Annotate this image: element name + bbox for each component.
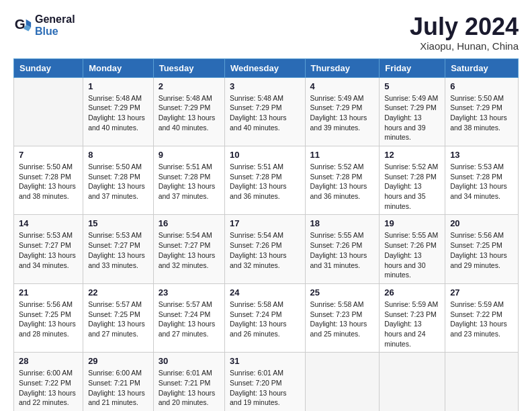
day-number: 13: [450, 150, 513, 160]
day-info: Sunrise: 6:00 AM Sunset: 7:22 PM Dayligh…: [19, 368, 78, 408]
day-number: 3: [230, 81, 300, 91]
calendar-cell: 30Sunrise: 6:01 AM Sunset: 7:21 PM Dayli…: [153, 353, 224, 411]
weekday-header-tuesday: Tuesday: [153, 58, 224, 77]
calendar-cell: 14Sunrise: 5:53 AM Sunset: 7:27 PM Dayli…: [14, 215, 83, 283]
logo-icon: G: [13, 16, 32, 35]
calendar-cell: 12Sunrise: 5:52 AM Sunset: 7:28 PM Dayli…: [380, 146, 445, 215]
calendar-cell: 1Sunrise: 5:48 AM Sunset: 7:29 PM Daylig…: [83, 77, 154, 146]
day-number: 1: [88, 81, 148, 91]
calendar-cell: 26Sunrise: 5:59 AM Sunset: 7:23 PM Dayli…: [380, 283, 445, 352]
calendar-cell: 29Sunrise: 6:00 AM Sunset: 7:21 PM Dayli…: [83, 353, 154, 411]
calendar-cell: 16Sunrise: 5:54 AM Sunset: 7:27 PM Dayli…: [153, 215, 224, 283]
day-number: 10: [230, 150, 300, 160]
day-number: 19: [384, 218, 440, 228]
day-number: 31: [230, 356, 300, 366]
day-info: Sunrise: 5:48 AM Sunset: 7:29 PM Dayligh…: [88, 93, 148, 133]
day-number: 20: [450, 218, 513, 228]
location-subtitle: Xiaopu, Hunan, China: [410, 40, 519, 52]
day-info: Sunrise: 5:53 AM Sunset: 7:27 PM Dayligh…: [19, 230, 78, 270]
day-number: 15: [88, 218, 148, 228]
calendar-week-3: 14Sunrise: 5:53 AM Sunset: 7:27 PM Dayli…: [14, 215, 519, 283]
day-info: Sunrise: 5:48 AM Sunset: 7:29 PM Dayligh…: [230, 93, 300, 133]
day-info: Sunrise: 5:51 AM Sunset: 7:28 PM Dayligh…: [159, 162, 220, 201]
calendar-cell: 18Sunrise: 5:55 AM Sunset: 7:26 PM Dayli…: [305, 215, 380, 283]
calendar-cell: 8Sunrise: 5:50 AM Sunset: 7:28 PM Daylig…: [83, 146, 154, 215]
page-header: G General Blue July 2024 Xiaopu, Hunan, …: [13, 13, 519, 52]
day-info: Sunrise: 5:54 AM Sunset: 7:26 PM Dayligh…: [230, 230, 300, 270]
day-info: Sunrise: 5:53 AM Sunset: 7:28 PM Dayligh…: [450, 162, 513, 201]
calendar-cell: 2Sunrise: 5:48 AM Sunset: 7:29 PM Daylig…: [153, 77, 224, 146]
calendar-week-4: 21Sunrise: 5:56 AM Sunset: 7:25 PM Dayli…: [14, 283, 519, 352]
day-info: Sunrise: 5:49 AM Sunset: 7:29 PM Dayligh…: [384, 93, 440, 142]
calendar-cell: 10Sunrise: 5:51 AM Sunset: 7:28 PM Dayli…: [224, 146, 305, 215]
day-info: Sunrise: 5:55 AM Sunset: 7:26 PM Dayligh…: [384, 230, 440, 279]
day-info: Sunrise: 5:48 AM Sunset: 7:29 PM Dayligh…: [159, 93, 220, 133]
day-info: Sunrise: 5:58 AM Sunset: 7:24 PM Dayligh…: [230, 300, 300, 339]
day-info: Sunrise: 5:59 AM Sunset: 7:22 PM Dayligh…: [450, 300, 513, 339]
day-number: 7: [19, 150, 78, 160]
day-number: 26: [384, 287, 440, 298]
weekday-header-sunday: Sunday: [14, 58, 83, 77]
calendar-cell: [305, 353, 380, 411]
calendar-cell: [445, 353, 519, 411]
day-number: 9: [159, 150, 220, 160]
day-number: 2: [159, 81, 220, 91]
day-number: 4: [310, 81, 375, 91]
calendar-cell: 28Sunrise: 6:00 AM Sunset: 7:22 PM Dayli…: [14, 353, 83, 411]
day-info: Sunrise: 5:52 AM Sunset: 7:28 PM Dayligh…: [384, 162, 440, 211]
calendar-cell: 21Sunrise: 5:56 AM Sunset: 7:25 PM Dayli…: [14, 283, 83, 352]
day-number: 30: [159, 356, 220, 366]
calendar-cell: 24Sunrise: 5:58 AM Sunset: 7:24 PM Dayli…: [224, 283, 305, 352]
calendar-cell: 5Sunrise: 5:49 AM Sunset: 7:29 PM Daylig…: [380, 77, 445, 146]
day-info: Sunrise: 5:58 AM Sunset: 7:23 PM Dayligh…: [310, 300, 375, 339]
calendar-cell: 9Sunrise: 5:51 AM Sunset: 7:28 PM Daylig…: [153, 146, 224, 215]
calendar-week-2: 7Sunrise: 5:50 AM Sunset: 7:28 PM Daylig…: [14, 146, 519, 215]
day-info: Sunrise: 5:50 AM Sunset: 7:28 PM Dayligh…: [88, 162, 148, 201]
day-info: Sunrise: 5:49 AM Sunset: 7:29 PM Dayligh…: [310, 93, 375, 133]
logo: G General Blue: [13, 13, 75, 38]
day-number: 21: [19, 287, 78, 298]
calendar-cell: 31Sunrise: 6:01 AM Sunset: 7:20 PM Dayli…: [224, 353, 305, 411]
weekday-header-wednesday: Wednesday: [224, 58, 305, 77]
day-info: Sunrise: 6:01 AM Sunset: 7:20 PM Dayligh…: [230, 368, 300, 408]
day-number: 14: [19, 218, 78, 228]
calendar-cell: 20Sunrise: 5:56 AM Sunset: 7:25 PM Dayli…: [445, 215, 519, 283]
calendar-cell: 17Sunrise: 5:54 AM Sunset: 7:26 PM Dayli…: [224, 215, 305, 283]
day-info: Sunrise: 5:50 AM Sunset: 7:28 PM Dayligh…: [19, 162, 78, 201]
day-number: 27: [450, 287, 513, 298]
svg-text:G: G: [15, 16, 26, 32]
calendar-cell: 22Sunrise: 5:57 AM Sunset: 7:25 PM Dayli…: [83, 283, 154, 352]
day-number: 25: [310, 287, 375, 298]
calendar-table: SundayMondayTuesdayWednesdayThursdayFrid…: [13, 58, 519, 411]
day-number: 6: [450, 81, 513, 91]
calendar-cell: [14, 77, 83, 146]
day-info: Sunrise: 5:56 AM Sunset: 7:25 PM Dayligh…: [450, 230, 513, 270]
day-number: 16: [159, 218, 220, 228]
calendar-week-1: 1Sunrise: 5:48 AM Sunset: 7:29 PM Daylig…: [14, 77, 519, 146]
weekday-header-friday: Friday: [380, 58, 445, 77]
calendar-cell: 19Sunrise: 5:55 AM Sunset: 7:26 PM Dayli…: [380, 215, 445, 283]
logo-text: General Blue: [35, 13, 75, 38]
day-number: 5: [384, 81, 440, 91]
day-info: Sunrise: 5:53 AM Sunset: 7:27 PM Dayligh…: [88, 230, 148, 270]
day-number: 11: [310, 150, 375, 160]
calendar-cell: 6Sunrise: 5:50 AM Sunset: 7:29 PM Daylig…: [445, 77, 519, 146]
day-info: Sunrise: 5:55 AM Sunset: 7:26 PM Dayligh…: [310, 230, 375, 270]
calendar-week-5: 28Sunrise: 6:00 AM Sunset: 7:22 PM Dayli…: [14, 353, 519, 411]
day-info: Sunrise: 5:51 AM Sunset: 7:28 PM Dayligh…: [230, 162, 300, 201]
weekday-header-saturday: Saturday: [445, 58, 519, 77]
day-number: 8: [88, 150, 148, 160]
day-number: 12: [384, 150, 440, 160]
day-info: Sunrise: 5:52 AM Sunset: 7:28 PM Dayligh…: [310, 162, 375, 201]
calendar-cell: 11Sunrise: 5:52 AM Sunset: 7:28 PM Dayli…: [305, 146, 380, 215]
day-info: Sunrise: 5:59 AM Sunset: 7:23 PM Dayligh…: [384, 300, 440, 349]
day-number: 22: [88, 287, 148, 298]
day-info: Sunrise: 6:00 AM Sunset: 7:21 PM Dayligh…: [88, 368, 148, 408]
month-title: July 2024: [410, 13, 519, 40]
day-number: 28: [19, 356, 78, 366]
day-number: 24: [230, 287, 300, 298]
title-block: July 2024 Xiaopu, Hunan, China: [410, 13, 519, 52]
calendar-cell: 4Sunrise: 5:49 AM Sunset: 7:29 PM Daylig…: [305, 77, 380, 146]
calendar-cell: 27Sunrise: 5:59 AM Sunset: 7:22 PM Dayli…: [445, 283, 519, 352]
weekday-header-row: SundayMondayTuesdayWednesdayThursdayFrid…: [14, 58, 519, 77]
